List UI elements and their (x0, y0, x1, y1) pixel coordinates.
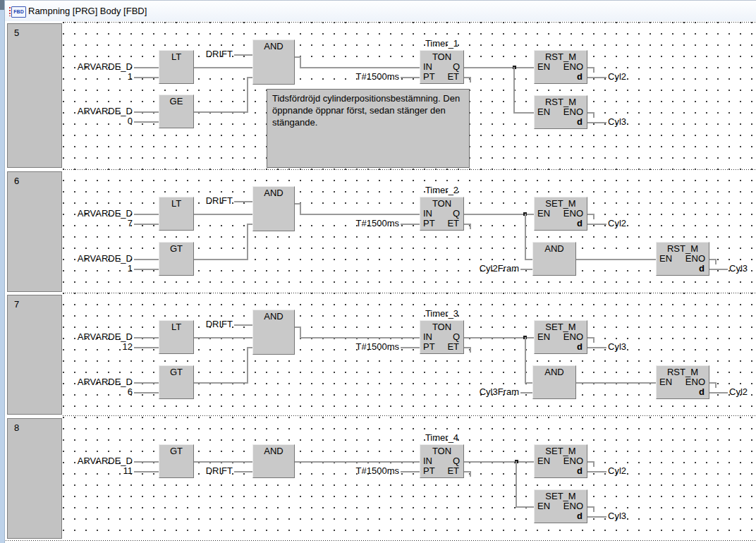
timer-name-label[interactable]: Timer_2 (420, 185, 464, 195)
wire (134, 224, 159, 225)
output-var-label[interactable]: Cyl2 (608, 466, 636, 476)
timer-name-label[interactable]: Timer_3 (420, 309, 464, 319)
input-var-label[interactable]: Cyl2Fram (465, 264, 519, 274)
wire (576, 382, 656, 384)
block-title: GT (159, 367, 193, 377)
open-pin-stub (587, 506, 595, 512)
pin-in: IN (423, 331, 432, 342)
wire (587, 516, 606, 518)
fbd-icon[interactable]: FBD (11, 6, 26, 18)
output-var-label[interactable]: Cyl2 (608, 219, 636, 228)
lt-block[interactable]: LT (159, 50, 194, 84)
pin-d: d (699, 386, 705, 397)
gt-block[interactable]: GT (159, 365, 194, 399)
const-label[interactable]: 1 (106, 264, 133, 274)
input-var-label[interactable]: ARVARDE_D (71, 377, 133, 387)
const-label[interactable]: 6 (106, 387, 133, 397)
wire (134, 269, 159, 270)
network-separator (63, 169, 756, 170)
output-var-label[interactable]: Cyl3 (608, 117, 636, 127)
wire (134, 461, 159, 463)
set-m-block[interactable]: SET_M EN ENO d (534, 444, 587, 478)
set-m-block[interactable]: SET_M EN ENO d (534, 320, 587, 354)
ton-block[interactable]: TON IN Q PT ET (420, 444, 464, 478)
drift-label[interactable]: DRIFT (202, 466, 233, 476)
const-label[interactable]: 0 (106, 116, 133, 126)
drift-label[interactable]: DRIFT (202, 196, 233, 206)
open-pin-stub (587, 337, 595, 343)
const-label[interactable]: 12 (106, 342, 133, 352)
const-label[interactable]: 7 (106, 219, 133, 228)
pin-d: d (577, 341, 583, 352)
const-label[interactable]: 11 (106, 466, 133, 476)
wire (234, 201, 252, 202)
network-number-cell[interactable]: 5 (7, 23, 62, 168)
input-var-label[interactable]: ARVARDE_D (71, 332, 133, 342)
pin-eno: ENO (563, 208, 583, 219)
lt-block[interactable]: LT (159, 320, 194, 354)
pt-value-label[interactable]: T#1500ms (351, 72, 399, 82)
ton-block[interactable]: TON IN Q PT ET (420, 50, 464, 84)
open-pin-stub (709, 382, 717, 388)
drift-label[interactable]: DRIFT (202, 49, 233, 59)
pin-pt: PT (423, 341, 435, 352)
rst-m-block[interactable]: RST_M EN ENO d (534, 95, 587, 129)
rst-m-block[interactable]: RST_M EN ENO d (656, 365, 709, 399)
input-var-label[interactable]: ARVARDE_D (71, 106, 133, 116)
timer-name-label[interactable]: Timer_1 (420, 39, 464, 49)
ge-block[interactable]: GE (159, 94, 194, 128)
pin-et: ET (447, 218, 459, 228)
network-number-cell[interactable]: 8 (7, 418, 62, 539)
output-var-label[interactable]: Cyl3 (729, 264, 756, 274)
pin-in: IN (423, 61, 432, 72)
and-block[interactable]: AND (252, 444, 295, 478)
wire (247, 347, 252, 348)
timer-name-label[interactable]: Timer_4 (420, 433, 464, 443)
input-var-label[interactable]: ARVARDE_D (71, 254, 133, 264)
output-var-label[interactable]: Cyl2 (608, 72, 636, 82)
block-title: SET_M (535, 322, 587, 332)
and-block[interactable]: AND (252, 39, 295, 85)
and-block[interactable]: AND (532, 242, 576, 276)
network-number-cell[interactable]: 6 (7, 171, 62, 292)
drift-label[interactable]: DRIFT (202, 319, 233, 329)
input-var-label[interactable]: Cyl3Fram (465, 387, 519, 397)
gt-block[interactable]: GT (159, 444, 194, 478)
output-var-label[interactable]: Cyl3 (608, 342, 636, 352)
and-block[interactable]: AND (252, 186, 295, 231)
and-block[interactable]: AND (532, 365, 576, 399)
input-var-label[interactable]: ARVARDE_D (71, 62, 133, 72)
ton-block[interactable]: TON IN Q PT ET (420, 320, 464, 354)
pin-q: Q (453, 331, 460, 342)
input-var-label[interactable]: ARVARDE_D (71, 209, 133, 219)
pt-value-label[interactable]: T#1500ms (351, 342, 399, 352)
comment-text-line: öppnande öppnar först, sedan stänger den (272, 104, 464, 116)
network-number-cell[interactable]: 7 (7, 295, 62, 415)
wire (587, 471, 606, 472)
set-m-block[interactable]: SET_M EN ENO d (534, 489, 587, 523)
wire (525, 337, 526, 384)
input-var-label[interactable]: ARVARDE_D (71, 456, 133, 466)
lt-block[interactable]: LT (159, 197, 194, 231)
set-m-block[interactable]: SET_M EN ENO d (534, 197, 587, 231)
gt-block[interactable]: GT (159, 242, 194, 276)
block-title: GE (159, 96, 193, 106)
ton-block[interactable]: TON IN Q PT ET (420, 197, 464, 231)
pt-value-label[interactable]: T#1500ms (351, 466, 399, 476)
and-block[interactable]: AND (252, 310, 295, 355)
pt-value-label[interactable]: T#1500ms (351, 219, 399, 228)
block-title: LT (159, 198, 193, 209)
output-var-label[interactable]: Cyl2 (729, 387, 756, 397)
rst-m-block[interactable]: RST_M EN ENO d (656, 242, 709, 276)
output-var-label[interactable]: Cyl3 (608, 511, 636, 521)
open-pin-stub (464, 224, 471, 229)
wire (247, 77, 248, 113)
wire (194, 259, 248, 260)
comment-box[interactable]: Tidsfördröjd cylinderpositionsbestämning… (267, 89, 470, 168)
wire (194, 337, 252, 338)
rst-m-block[interactable]: RST_M EN ENO d (534, 50, 587, 84)
const-label[interactable]: 1 (106, 72, 133, 82)
titlebar[interactable]: FBD Rampning [PRG] Body [FBD] (4, 0, 756, 21)
wire (234, 471, 252, 472)
block-title: TON (420, 446, 463, 456)
